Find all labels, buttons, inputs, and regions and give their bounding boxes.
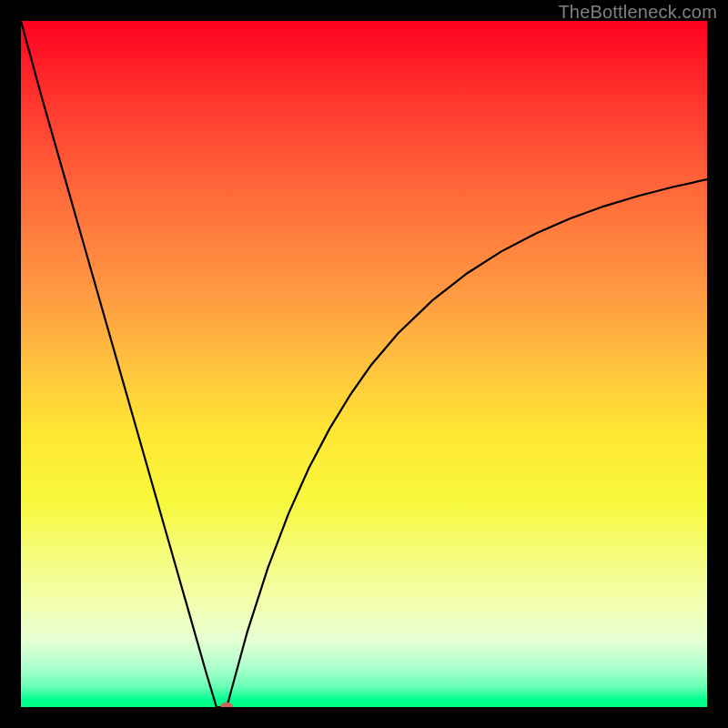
- bottleneck-curve-path: [21, 21, 707, 707]
- curve-layer: [21, 21, 707, 707]
- attribution-text: TheBottleneck.com: [558, 2, 717, 23]
- optimal-point-marker: [220, 703, 233, 708]
- chart-frame: TheBottleneck.com: [0, 0, 728, 728]
- plot-area: [21, 21, 707, 707]
